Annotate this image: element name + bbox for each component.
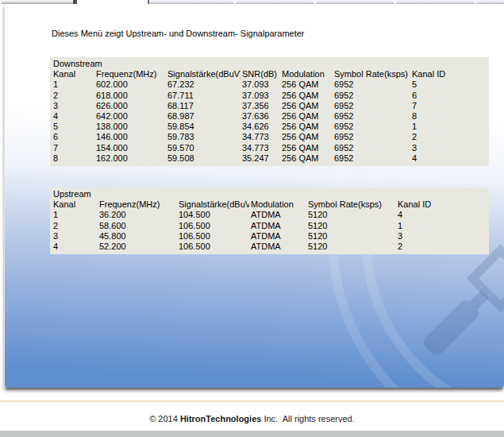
cell: 6952: [333, 132, 410, 142]
cell: 4: [410, 153, 489, 164]
bottom-bar: [0, 431, 504, 437]
cell: 6: [410, 91, 489, 101]
content-panel: Dieses Menü zeigt Upstream- und Downstre…: [4, 4, 504, 388]
cell: 642.000: [94, 111, 166, 122]
column-header: Frequenz(MHz): [94, 69, 166, 79]
header-row: KanalFrequenz(MHz)Signalstärke(dBuV)SNR(…: [52, 69, 489, 79]
copyright-suffix: Inc. All rights reserved.: [261, 414, 354, 423]
downstream-table-box: Downstream KanalFrequenz(MHz)Signalstärk…: [50, 57, 489, 166]
cell: 34.773: [240, 143, 280, 153]
cell: 36.200: [98, 210, 177, 220]
cell: 106.500: [177, 242, 249, 252]
cell: 37.356: [240, 101, 280, 111]
table-row: 8162.00059.50835.247256 QAM69524: [52, 153, 489, 164]
cell: 58.600: [98, 221, 177, 231]
cell: 5120: [306, 210, 396, 220]
table-row: 136.200104.500ATDMA51204: [52, 210, 489, 220]
column-header: Kanal ID: [396, 199, 489, 210]
cell: 6952: [333, 143, 410, 153]
cell: 34.773: [240, 132, 280, 142]
cell: 602.000: [94, 79, 166, 90]
cell: 7: [410, 101, 489, 111]
table-row: 6146.00059.78334.773256 QAM69522: [52, 132, 489, 142]
cell: 162.000: [94, 153, 166, 164]
cell: 2: [410, 132, 489, 142]
cell: 154.000: [94, 143, 166, 153]
cell: 5: [52, 122, 94, 132]
cell: 618.000: [94, 91, 166, 101]
cell: 2: [52, 91, 94, 101]
cell: 256 QAM: [280, 122, 333, 132]
cell: 67.711: [166, 91, 240, 101]
cell: 256 QAM: [280, 132, 333, 142]
cell: 256 QAM: [280, 79, 333, 90]
cell: 37.093: [240, 79, 280, 90]
cable-tool-watermark-icon: [414, 250, 504, 365]
column-header: Kanal: [52, 69, 94, 79]
upstream-title: Upstream: [52, 189, 489, 199]
cell: 5: [410, 79, 489, 90]
cell: 3: [410, 143, 489, 153]
cell: 4: [52, 111, 94, 122]
cell: 6952: [333, 122, 410, 132]
cell: 256 QAM: [280, 101, 333, 111]
cell: 1: [52, 210, 98, 220]
column-header: Modulation: [249, 199, 306, 210]
cell: 1: [396, 221, 489, 231]
cell: ATDMA: [249, 221, 306, 231]
copyright-footer: © 2014 HitronTechnologies Inc. All right…: [0, 414, 504, 423]
cell: 6952: [333, 111, 410, 122]
cell: 104.500: [177, 210, 249, 220]
column-header: Kanal ID: [410, 69, 489, 79]
table-row: 258.600106.500ATDMA51201: [52, 221, 489, 231]
cell: 256 QAM: [280, 153, 333, 164]
column-header: SNR(dB): [240, 69, 280, 79]
cell: 37.636: [240, 111, 280, 122]
cell: 256 QAM: [280, 91, 333, 101]
cell: 34.626: [240, 122, 280, 132]
cell: 1: [410, 122, 489, 132]
cell: 2: [52, 221, 98, 231]
table-row: 4642.00068.98737.636256 QAM69528: [52, 111, 489, 122]
cell: 59.854: [166, 122, 240, 132]
cell: 256 QAM: [280, 143, 333, 153]
downstream-table: KanalFrequenz(MHz)Signalstärke(dBuV)SNR(…: [52, 69, 489, 164]
table-row: 1602.00067.23237.093256 QAM69525: [52, 79, 489, 90]
cell: 59.783: [166, 132, 240, 142]
column-header: Signalstärke(dBuV): [166, 69, 240, 79]
cell: 6952: [333, 79, 410, 90]
cell: 106.500: [177, 221, 249, 231]
downstream-title: Downstream: [52, 59, 489, 69]
column-header: Symbol Rate(ksps): [333, 69, 410, 79]
brand-name: Hitron: [180, 414, 206, 423]
column-header: Symbol Rate(ksps): [306, 199, 396, 210]
cell: ATDMA: [249, 242, 306, 252]
cell: 68.117: [166, 101, 240, 111]
cell: 4: [52, 242, 98, 252]
cell: 52.200: [98, 242, 177, 252]
cell: 146.000: [94, 132, 166, 142]
cell: 7: [52, 143, 94, 153]
cell: 8: [410, 111, 489, 122]
table-row: 2618.00067.71137.093256 QAM69526: [52, 91, 489, 101]
footer-rule: [0, 400, 504, 402]
cell: 3: [52, 101, 94, 111]
column-header: Frequenz(MHz): [98, 199, 177, 210]
upstream-table-box: Upstream KanalFrequenz(MHz)Signalstärke(…: [50, 188, 489, 254]
cell: 45.800: [98, 231, 177, 242]
cell: 6952: [333, 153, 410, 164]
cell: 4: [396, 210, 489, 220]
upstream-table: KanalFrequenz(MHz)Signalstärke(dBuV)Modu…: [52, 199, 489, 252]
cell: 5120: [306, 242, 396, 252]
cell: 2: [396, 242, 489, 252]
cell: 8: [52, 153, 94, 164]
cell: 37.093: [240, 91, 280, 101]
modem-status-page: Dieses Menü zeigt Upstream- und Downstre…: [0, 0, 504, 437]
page-description: Dieses Menü zeigt Upstream- und Downstre…: [52, 29, 305, 38]
header-row: KanalFrequenz(MHz)Signalstärke(dBuV)Modu…: [52, 199, 489, 210]
cell: 6: [52, 132, 94, 142]
cell: ATDMA: [249, 210, 306, 220]
cell: 6952: [333, 91, 410, 101]
cell: 3: [396, 231, 489, 242]
cell: 5120: [306, 221, 396, 231]
